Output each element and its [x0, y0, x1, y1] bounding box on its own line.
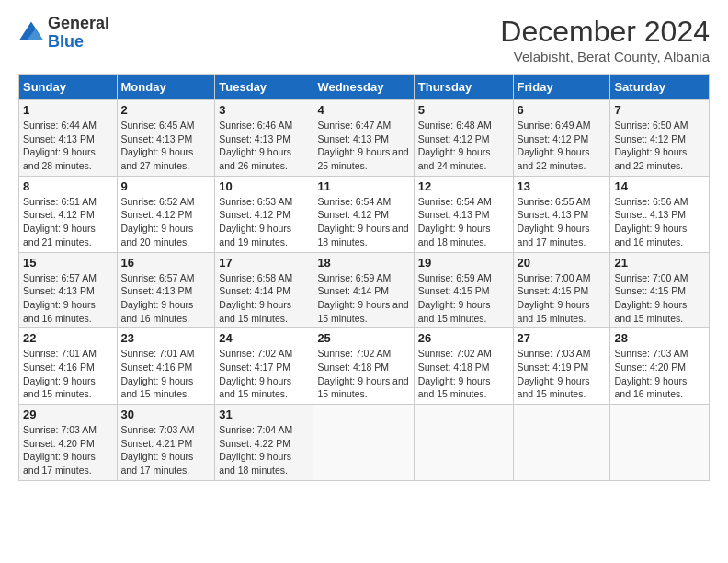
day-number: 23: [121, 331, 211, 345]
day-number: 28: [614, 331, 705, 345]
calendar-header-monday: Monday: [117, 75, 215, 100]
main-title: December 2024: [500, 15, 710, 49]
calendar-cell: 31Sunrise: 7:04 AMSunset: 4:22 PMDayligh…: [215, 405, 313, 481]
calendar-cell: 4Sunrise: 6:47 AMSunset: 4:13 PMDaylight…: [313, 100, 414, 177]
day-number: 18: [317, 256, 409, 270]
logo: General Blue: [18, 15, 109, 52]
calendar-header-friday: Friday: [513, 75, 610, 100]
day-number: 13: [518, 179, 607, 193]
calendar-cell: 21Sunrise: 7:00 AMSunset: 4:15 PMDayligh…: [610, 252, 710, 328]
logo-text: General Blue: [48, 15, 109, 52]
calendar-cell: 10Sunrise: 6:53 AMSunset: 4:12 PMDayligh…: [215, 176, 313, 252]
day-number: 20: [518, 256, 607, 270]
calendar-header-sunday: Sunday: [19, 75, 118, 100]
day-number: 8: [23, 179, 113, 193]
day-detail: Sunrise: 6:50 AMSunset: 4:12 PMDaylight:…: [614, 119, 705, 173]
calendar-week-5: 29Sunrise: 7:03 AMSunset: 4:20 PMDayligh…: [19, 405, 710, 481]
calendar-week-2: 8Sunrise: 6:51 AMSunset: 4:12 PMDaylight…: [19, 176, 710, 252]
calendar-cell: 12Sunrise: 6:54 AMSunset: 4:13 PMDayligh…: [414, 176, 513, 252]
calendar-header-saturday: Saturday: [610, 75, 710, 100]
logo-icon: [18, 20, 44, 46]
day-number: 29: [23, 408, 113, 421]
day-detail: Sunrise: 6:54 AMSunset: 4:12 PMDaylight:…: [317, 195, 409, 249]
day-detail: Sunrise: 7:00 AMSunset: 4:15 PMDaylight:…: [614, 271, 705, 326]
day-detail: Sunrise: 6:55 AMSunset: 4:13 PMDaylight:…: [518, 195, 607, 249]
day-number: 17: [219, 256, 309, 270]
day-detail: Sunrise: 7:01 AMSunset: 4:16 PMDaylight:…: [121, 347, 211, 401]
calendar-cell: 23Sunrise: 7:01 AMSunset: 4:16 PMDayligh…: [117, 328, 215, 405]
calendar-cell: 26Sunrise: 7:02 AMSunset: 4:18 PMDayligh…: [414, 328, 513, 405]
calendar-cell: 27Sunrise: 7:03 AMSunset: 4:19 PMDayligh…: [513, 328, 610, 405]
day-detail: Sunrise: 6:51 AMSunset: 4:12 PMDaylight:…: [23, 195, 113, 249]
day-number: 15: [23, 256, 113, 270]
day-number: 22: [23, 331, 113, 345]
calendar-cell: 13Sunrise: 6:55 AMSunset: 4:13 PMDayligh…: [513, 176, 610, 252]
calendar-cell: 25Sunrise: 7:02 AMSunset: 4:18 PMDayligh…: [313, 328, 414, 405]
logo-general: General: [48, 15, 109, 33]
calendar-cell: 24Sunrise: 7:02 AMSunset: 4:17 PMDayligh…: [215, 328, 313, 405]
day-number: 21: [614, 256, 705, 270]
day-detail: Sunrise: 7:03 AMSunset: 4:20 PMDaylight:…: [23, 423, 113, 477]
calendar-cell: 11Sunrise: 6:54 AMSunset: 4:12 PMDayligh…: [313, 176, 414, 252]
day-detail: Sunrise: 7:00 AMSunset: 4:15 PMDaylight:…: [518, 271, 607, 326]
day-number: 6: [518, 103, 607, 117]
calendar-cell: 8Sunrise: 6:51 AMSunset: 4:12 PMDaylight…: [19, 176, 118, 252]
calendar-cell: 1Sunrise: 6:44 AMSunset: 4:13 PMDaylight…: [19, 100, 118, 177]
day-detail: Sunrise: 6:48 AMSunset: 4:12 PMDaylight:…: [418, 119, 509, 173]
calendar-cell: 29Sunrise: 7:03 AMSunset: 4:20 PMDayligh…: [19, 405, 118, 481]
header: General Blue December 2024 Velabisht, Be…: [18, 15, 710, 64]
calendar-cell: 16Sunrise: 6:57 AMSunset: 4:13 PMDayligh…: [117, 252, 215, 328]
calendar-cell: 7Sunrise: 6:50 AMSunset: 4:12 PMDaylight…: [610, 100, 710, 177]
calendar-cell: 15Sunrise: 6:57 AMSunset: 4:13 PMDayligh…: [19, 252, 118, 328]
day-detail: Sunrise: 7:03 AMSunset: 4:20 PMDaylight:…: [614, 347, 705, 401]
day-number: 25: [317, 331, 409, 345]
day-detail: Sunrise: 6:59 AMSunset: 4:15 PMDaylight:…: [418, 271, 509, 326]
calendar-week-1: 1Sunrise: 6:44 AMSunset: 4:13 PMDaylight…: [19, 100, 710, 177]
calendar-cell: 9Sunrise: 6:52 AMSunset: 4:12 PMDaylight…: [117, 176, 215, 252]
day-detail: Sunrise: 6:46 AMSunset: 4:13 PMDaylight:…: [219, 119, 309, 173]
day-detail: Sunrise: 6:54 AMSunset: 4:13 PMDaylight:…: [418, 195, 509, 249]
day-number: 3: [219, 103, 309, 117]
calendar-cell: 5Sunrise: 6:48 AMSunset: 4:12 PMDaylight…: [414, 100, 513, 177]
day-detail: Sunrise: 7:02 AMSunset: 4:18 PMDaylight:…: [418, 347, 509, 401]
day-number: 7: [614, 103, 705, 117]
calendar-cell: 18Sunrise: 6:59 AMSunset: 4:14 PMDayligh…: [313, 252, 414, 328]
calendar-cell: 28Sunrise: 7:03 AMSunset: 4:20 PMDayligh…: [610, 328, 710, 405]
calendar-cell: 6Sunrise: 6:49 AMSunset: 4:12 PMDaylight…: [513, 100, 610, 177]
day-number: 27: [518, 331, 607, 345]
day-number: 5: [418, 103, 509, 117]
subtitle: Velabisht, Berat County, Albania: [500, 49, 710, 64]
calendar-cell: 19Sunrise: 6:59 AMSunset: 4:15 PMDayligh…: [414, 252, 513, 328]
calendar-cell: 30Sunrise: 7:03 AMSunset: 4:21 PMDayligh…: [117, 405, 215, 481]
calendar-header-tuesday: Tuesday: [215, 75, 313, 100]
calendar-week-3: 15Sunrise: 6:57 AMSunset: 4:13 PMDayligh…: [19, 252, 710, 328]
day-number: 31: [219, 408, 309, 421]
calendar-header-thursday: Thursday: [414, 75, 513, 100]
day-detail: Sunrise: 7:03 AMSunset: 4:19 PMDaylight:…: [518, 347, 607, 401]
calendar-week-4: 22Sunrise: 7:01 AMSunset: 4:16 PMDayligh…: [19, 328, 710, 405]
page: General Blue December 2024 Velabisht, Be…: [0, 0, 728, 490]
day-number: 1: [23, 103, 113, 117]
day-detail: Sunrise: 6:57 AMSunset: 4:13 PMDaylight:…: [23, 271, 113, 326]
day-number: 4: [317, 103, 409, 117]
calendar-cell: 3Sunrise: 6:46 AMSunset: 4:13 PMDaylight…: [215, 100, 313, 177]
calendar-cell: [313, 405, 414, 481]
calendar-cell: [610, 405, 710, 481]
day-number: 26: [418, 331, 509, 345]
calendar-cell: 20Sunrise: 7:00 AMSunset: 4:15 PMDayligh…: [513, 252, 610, 328]
calendar-cell: [414, 405, 513, 481]
day-detail: Sunrise: 7:02 AMSunset: 4:18 PMDaylight:…: [317, 347, 409, 401]
day-number: 12: [418, 179, 509, 193]
day-detail: Sunrise: 6:58 AMSunset: 4:14 PMDaylight:…: [219, 271, 309, 326]
day-detail: Sunrise: 6:53 AMSunset: 4:12 PMDaylight:…: [219, 195, 309, 249]
day-detail: Sunrise: 6:47 AMSunset: 4:13 PMDaylight:…: [317, 119, 409, 173]
day-number: 16: [121, 256, 211, 270]
day-detail: Sunrise: 6:56 AMSunset: 4:13 PMDaylight:…: [614, 195, 705, 249]
day-number: 2: [121, 103, 211, 117]
day-detail: Sunrise: 7:01 AMSunset: 4:16 PMDaylight:…: [23, 347, 113, 401]
calendar-cell: [513, 405, 610, 481]
calendar-header-row: SundayMondayTuesdayWednesdayThursdayFrid…: [19, 75, 710, 100]
calendar-cell: 14Sunrise: 6:56 AMSunset: 4:13 PMDayligh…: [610, 176, 710, 252]
day-detail: Sunrise: 6:49 AMSunset: 4:12 PMDaylight:…: [518, 119, 607, 173]
day-detail: Sunrise: 6:45 AMSunset: 4:13 PMDaylight:…: [121, 119, 211, 173]
